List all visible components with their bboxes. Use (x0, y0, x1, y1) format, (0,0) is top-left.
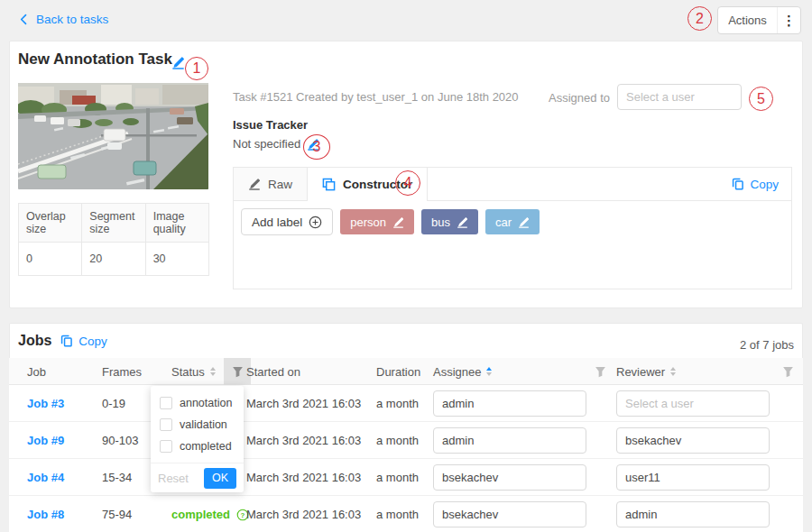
actions-button-label: Actions (718, 14, 777, 27)
status-cell: completed ? (171, 496, 249, 532)
assignee-input[interactable] (433, 464, 586, 491)
task-params-table: Overlap size Segment size Image quality … (18, 203, 209, 276)
param-header-segment: Segment size (82, 204, 145, 243)
filter-reset-button[interactable]: Reset (158, 472, 189, 485)
labels-panel: Raw Constructor Copy Add label person bu… (233, 167, 792, 289)
column-reviewer[interactable]: Reviewer (616, 358, 676, 385)
column-started-label: Started on (246, 365, 300, 379)
started-cell: March 3rd 2021 16:03 (246, 422, 361, 459)
assigned-to-input[interactable] (617, 84, 742, 110)
reviewer-filter-button[interactable] (774, 358, 801, 385)
started-cell: March 3rd 2021 16:03 (246, 459, 361, 496)
label-chip-car[interactable]: car (485, 209, 540, 234)
column-job-label: Job (27, 365, 46, 379)
status-filter-dropdown: annotation validation completed Reset OK (151, 386, 244, 492)
job-4-link[interactable]: Job #4 (27, 471, 64, 484)
edit-task-name-icon[interactable] (171, 56, 185, 69)
add-label-button[interactable]: Add label (241, 208, 333, 235)
tabbar-filler: Copy (428, 168, 791, 201)
frames-cell: 15-34 (102, 459, 132, 496)
column-status[interactable]: Status (171, 358, 216, 385)
column-duration: Duration (376, 358, 420, 385)
issue-tracker-label: Issue Tracker (233, 118, 308, 132)
reviewer-sort-icon[interactable] (670, 367, 676, 376)
job-row: Job #9 90-103 March 3rd 2021 16:03 a mon… (9, 422, 803, 459)
started-cell: March 3rd 2021 16:03 (246, 385, 361, 422)
copy-icon (60, 335, 73, 347)
filter-option-annotation[interactable]: annotation (151, 392, 244, 414)
label-chip-person[interactable]: person (340, 209, 414, 234)
param-header-overlap: Overlap size (19, 204, 82, 243)
column-frames-label: Frames (102, 365, 142, 379)
job-9-link[interactable]: Job #9 (27, 434, 64, 447)
edit-label-icon[interactable] (392, 216, 404, 228)
assignee-input[interactable] (433, 501, 586, 527)
labels-tabbar: Raw Constructor Copy (234, 168, 791, 201)
status-funnel-icon (232, 366, 244, 378)
annotation-option-label: annotation (180, 397, 232, 409)
duration-cell: a month (376, 385, 419, 422)
job-row: Job #3 0-19 March 3rd 2021 16:03 a month (9, 385, 803, 422)
label-chip-car-text: car (495, 216, 512, 229)
jobs-copy-label: Copy (78, 335, 107, 348)
actions-button[interactable]: Actions ⋮ (717, 6, 801, 34)
column-job[interactable]: Job (27, 358, 46, 385)
assignee-sort-icon[interactable] (486, 367, 492, 376)
assigned-to-label: Assigned to (538, 91, 610, 105)
reviewer-input[interactable] (616, 390, 770, 417)
column-assignee[interactable]: Assignee (433, 358, 492, 385)
param-value-overlap: 0 (19, 243, 82, 276)
frames-cell: 0-19 (102, 385, 125, 422)
kebab-menu-icon[interactable]: ⋮ (777, 7, 800, 33)
completed-checkbox[interactable] (160, 440, 172, 453)
filter-option-completed[interactable]: completed (151, 436, 244, 457)
frames-cell: 75-94 (102, 496, 132, 532)
labels-copy-label: Copy (750, 178, 779, 191)
column-frames[interactable]: Frames (102, 358, 142, 385)
tab-raw-label: Raw (268, 178, 292, 191)
task-preview-image (18, 83, 208, 189)
edit-label-icon[interactable] (518, 216, 530, 228)
task-title: New Annotation Task (18, 50, 172, 69)
assignee-funnel-icon (595, 366, 606, 378)
status-sort-icon[interactable] (210, 367, 216, 376)
label-chip-person-text: person (350, 216, 386, 229)
validation-checkbox[interactable] (160, 418, 172, 431)
duration-cell: a month (376, 496, 419, 532)
tab-raw[interactable]: Raw (234, 168, 308, 201)
edit-label-icon[interactable] (457, 216, 468, 228)
param-value-quality: 30 (145, 243, 208, 276)
traffic-scene-thumbnail (18, 83, 208, 189)
plus-circle-icon (309, 216, 322, 229)
assignee-input[interactable] (433, 390, 586, 417)
task-meta-text: Task #1521 Created by test_user_1 on Jun… (233, 90, 519, 104)
annotation-checkbox[interactable] (160, 397, 172, 409)
assignee-input[interactable] (433, 427, 586, 454)
filter-ok-button[interactable]: OK (204, 468, 236, 489)
filter-option-validation[interactable]: validation (151, 414, 244, 436)
annotation-mark-3: 3 (303, 134, 330, 160)
back-to-tasks-label: Back to tasks (36, 13, 108, 26)
annotation-mark-4: 4 (395, 170, 420, 196)
column-duration-label: Duration (376, 365, 420, 379)
issue-tracker-value: Not specified (233, 137, 300, 151)
copy-icon (732, 178, 744, 190)
jobs-copy-button[interactable]: Copy (60, 335, 107, 348)
reviewer-input[interactable] (616, 501, 770, 527)
job-3-link[interactable]: Job #3 (27, 397, 64, 410)
reviewer-input[interactable] (616, 464, 770, 491)
job-row: Job #8 75-94 completed ? March 3rd 2021 … (9, 496, 803, 532)
back-to-tasks-link[interactable]: Back to tasks (18, 13, 108, 26)
annotation-mark-2: 2 (687, 6, 712, 31)
label-chip-bus[interactable]: bus (421, 209, 478, 234)
annotation-mark-5: 5 (749, 87, 773, 111)
duration-cell: a month (376, 422, 419, 459)
assignee-filter-button[interactable] (586, 358, 614, 385)
label-chip-bus-text: bus (431, 216, 450, 229)
status-completed-text: completed (171, 508, 230, 521)
job-8-link[interactable]: Job #8 (27, 508, 64, 521)
reviewer-input[interactable] (616, 427, 770, 454)
reviewer-funnel-icon (782, 366, 794, 378)
labels-copy-button[interactable]: Copy (732, 178, 779, 191)
started-cell: March 3rd 2021 16:03 (246, 496, 361, 532)
